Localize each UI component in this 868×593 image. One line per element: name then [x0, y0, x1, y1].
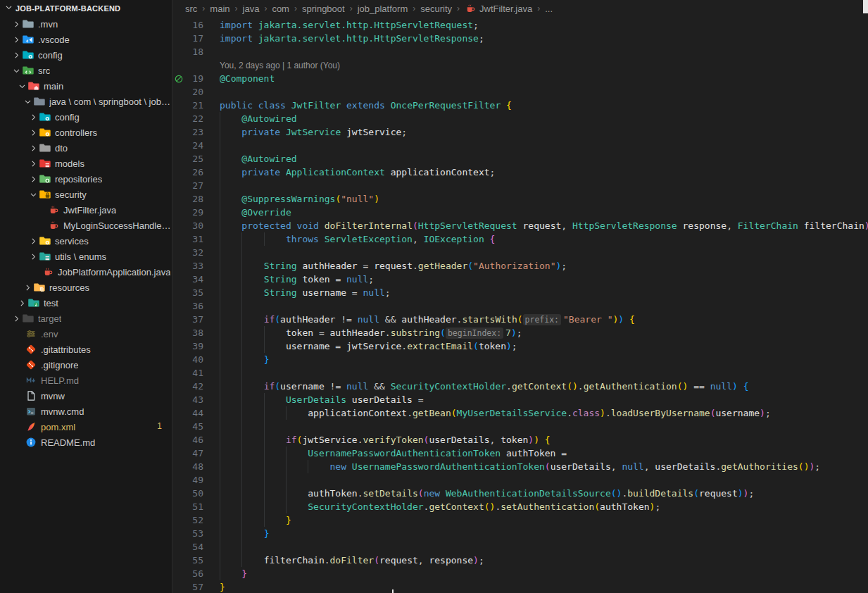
- tree-item-services[interactable]: services: [0, 233, 172, 249]
- code-line-text[interactable]: private JwtService jwtService;: [220, 125, 868, 139]
- tree-item-help-md[interactable]: HELP.md: [0, 373, 172, 388]
- chevron-right-icon[interactable]: [27, 252, 39, 261]
- tree-item-controllers[interactable]: controllers: [0, 125, 172, 140]
- code-line-text[interactable]: private ApplicationContext applicationCo…: [220, 166, 868, 179]
- tree-item-jobplatformapplication-java[interactable]: JobPlatformApplication.java: [0, 264, 172, 280]
- code-line-text[interactable]: import jakarta.servlet.http.HttpServletR…: [220, 18, 868, 32]
- code-line-text[interactable]: if(authHeader != null && authHeader.star…: [220, 313, 868, 326]
- tree-item--vscode[interactable]: .vscode: [0, 32, 172, 47]
- chevron-right-icon[interactable]: [22, 283, 33, 292]
- code-line-text[interactable]: }: [220, 353, 868, 366]
- gitlens-blame-annotation[interactable]: You, 2 days ago | 1 author (You): [220, 61, 340, 70]
- tree-item--gitignore[interactable]: .gitignore: [0, 357, 172, 373]
- code-line-text[interactable]: @SuppressWarnings("null"): [220, 192, 868, 206]
- code-line-text[interactable]: import jakarta.servlet.http.HttpServletR…: [220, 32, 868, 45]
- tree-item-myloginsuccesshandler-j-[interactable]: MyLoginSuccessHandler.j...: [0, 218, 172, 233]
- chevron-right-icon[interactable]: [27, 113, 39, 122]
- tree-item-config[interactable]: config: [0, 47, 172, 63]
- chevron-right-icon[interactable]: [27, 128, 39, 137]
- tree-item--env[interactable]: .env: [0, 326, 172, 342]
- breadcrumb-segment-java[interactable]: java: [243, 4, 260, 14]
- chevron-right-icon[interactable]: [27, 144, 39, 153]
- tree-item-target[interactable]: target: [0, 311, 172, 326]
- code-line-text[interactable]: new UsernamePasswordAuthenticationToken(…: [220, 460, 868, 473]
- code-line-text[interactable]: }: [220, 580, 868, 593]
- chevron-right-icon[interactable]: [27, 175, 39, 184]
- tree-item-utils-enums[interactable]: utils \ enums: [0, 249, 172, 264]
- code-line-text[interactable]: protected void doFilterInternal(HttpServ…: [220, 219, 868, 232]
- code-line-text[interactable]: if(username != null && SecurityContextHo…: [220, 380, 868, 393]
- tree-item-jwtfilter-java[interactable]: JwtFilter.java: [0, 202, 172, 218]
- chevron-right-icon[interactable]: [16, 299, 27, 308]
- code-line-text[interactable]: UsernamePasswordAuthenticationToken auth…: [220, 447, 868, 460]
- code-line-text[interactable]: [220, 45, 868, 58]
- tree-item-dto[interactable]: dto: [0, 140, 172, 156]
- code-line-text[interactable]: }: [220, 513, 868, 527]
- code-line-text[interactable]: [220, 246, 868, 259]
- tree-item-config[interactable]: config: [0, 109, 172, 125]
- tree-item-main[interactable]: main: [0, 78, 172, 94]
- tree-item-models[interactable]: models: [0, 156, 172, 171]
- chevron-right-icon[interactable]: [27, 159, 39, 168]
- breadcrumb-segment-springboot[interactable]: springboot: [302, 4, 345, 14]
- tree-item-mvnw[interactable]: mvnw: [0, 388, 172, 404]
- code-line-text[interactable]: @Autowired: [220, 152, 868, 166]
- code-line-text[interactable]: [220, 179, 868, 192]
- chevron-right-icon[interactable]: [11, 20, 22, 29]
- code-line-text[interactable]: [220, 85, 868, 99]
- tree-item-java-com-springboot-job-[interactable]: java \ com \ springboot \ job_...: [0, 94, 172, 109]
- code-area[interactable]: 16import jakarta.servlet.http.HttpServle…: [172, 18, 868, 593]
- code-line-text[interactable]: }: [220, 527, 868, 540]
- tree-item-test[interactable]: test: [0, 295, 172, 311]
- code-line-text[interactable]: [220, 473, 868, 487]
- codelens-text-container[interactable]: You, 2 days ago | 1 author (You): [220, 58, 868, 72]
- chevron-down-icon[interactable]: [27, 190, 39, 199]
- code-line-text[interactable]: [220, 366, 868, 380]
- tree-item-repositories[interactable]: repositories: [0, 171, 172, 187]
- tree-item--mvn[interactable]: .mvn: [0, 16, 172, 32]
- breadcrumb-file[interactable]: JwtFilter.java: [479, 4, 532, 14]
- breadcrumb-segment-src[interactable]: src: [185, 4, 197, 14]
- code-line-text[interactable]: SecurityContextHolder.getContext().setAu…: [220, 500, 868, 513]
- code-line-text[interactable]: UserDetails userDetails =: [220, 393, 868, 406]
- breadcrumb-segment-com[interactable]: com: [272, 4, 289, 14]
- code-line-text[interactable]: }: [220, 567, 868, 580]
- chevron-down-icon[interactable]: [22, 97, 33, 106]
- breadcrumb-segment-main[interactable]: main: [210, 4, 229, 14]
- chevron-down-icon[interactable]: [11, 66, 22, 75]
- tree-item-readme-md[interactable]: README.md: [0, 435, 172, 450]
- code-line-text[interactable]: String authHeader = request.getHeader("A…: [220, 259, 868, 273]
- tree-item-security[interactable]: security: [0, 187, 172, 202]
- breadcrumb-segment-job_platform[interactable]: job_platform: [358, 4, 408, 14]
- code-line-text[interactable]: [220, 540, 868, 554]
- code-line-text[interactable]: authToken.setDetails(new WebAuthenticati…: [220, 487, 868, 500]
- chevron-down-icon[interactable]: [16, 82, 27, 91]
- code-line-text[interactable]: String token = null;: [220, 273, 868, 286]
- tree-item--gitattributes[interactable]: .gitattributes: [0, 342, 172, 357]
- chevron-right-icon[interactable]: [11, 35, 22, 44]
- tree-item-pom-xml[interactable]: pom.xml1: [0, 419, 172, 435]
- code-line-text[interactable]: username = jwtService.extractEmail(token…: [220, 339, 868, 353]
- tree-item-resources[interactable]: resources: [0, 280, 172, 295]
- code-line-text[interactable]: public class JwtFilter extends OncePerRe…: [220, 99, 868, 112]
- chevron-right-icon[interactable]: [11, 314, 22, 323]
- code-line-text[interactable]: [220, 139, 868, 152]
- chevron-right-icon[interactable]: [11, 51, 22, 60]
- explorer-root-header[interactable]: JOB-PLATFORM-BACKEND: [0, 0, 172, 16]
- code-line-text[interactable]: @Autowired: [220, 112, 868, 125]
- breadcrumb-symbol-more[interactable]: ...: [545, 4, 553, 14]
- code-line-text[interactable]: token = authHeader.substring(beginIndex:…: [220, 326, 868, 339]
- scrollbar-thumb[interactable]: [863, 0, 868, 13]
- code-line-text[interactable]: applicationContext.getBean(MyUserDetails…: [220, 406, 868, 420]
- chevron-right-icon[interactable]: [27, 237, 39, 246]
- tree-item-mvnw-cmd[interactable]: mvnw.cmd: [0, 404, 172, 419]
- code-line-text[interactable]: throws ServletException, IOException {: [220, 232, 868, 246]
- code-line-text[interactable]: [220, 299, 868, 313]
- code-line-text[interactable]: if(jwtService.verifyToken(userDetails, t…: [220, 433, 868, 447]
- breadcrumb-segment-security[interactable]: security: [420, 4, 452, 14]
- code-line-text[interactable]: String username = null;: [220, 286, 868, 299]
- tree-item-src[interactable]: src: [0, 63, 172, 78]
- code-line-text[interactable]: @Component: [220, 72, 868, 85]
- code-line-text[interactable]: filterChain.doFilter(request, response);: [220, 554, 868, 567]
- code-line-text[interactable]: [220, 420, 868, 433]
